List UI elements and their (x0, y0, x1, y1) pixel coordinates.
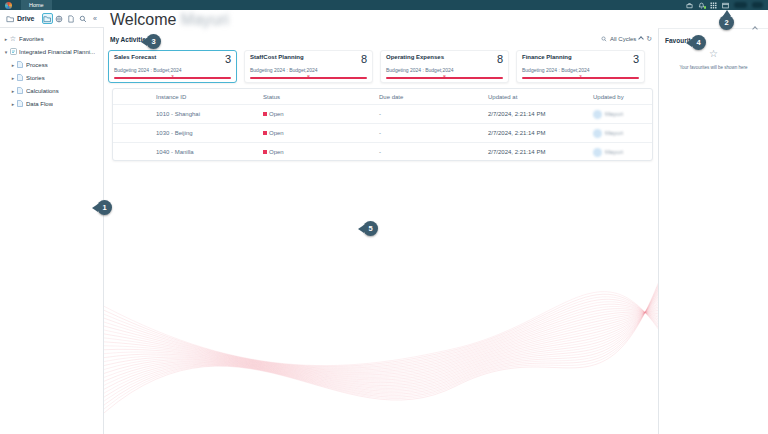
status-badge: Open (269, 130, 284, 136)
refresh-icon[interactable]: ↻ (646, 35, 652, 42)
avatar (593, 110, 602, 119)
drive-folder-icon (6, 15, 14, 23)
callout-badge-4: 4 (691, 35, 706, 50)
updated-at-cell: 2/7/2024, 2:21:14 PM (488, 111, 593, 117)
card-progress-bar (114, 77, 231, 79)
cycles-filter[interactable]: All Cycles ↻ (601, 35, 652, 42)
page-icon (16, 100, 24, 107)
updated-by-name-blurred: Mayuri (605, 130, 623, 136)
sidebar-item-data-flow[interactable]: ▸ Data Flow (0, 97, 103, 110)
activity-cards: Sales Forecast 3 Budgeting 2024 : Budget… (108, 50, 645, 83)
sidebar-item-calculations[interactable]: ▸ Calculations (0, 84, 103, 97)
updated-by-name-blurred: Mayuri (605, 149, 623, 155)
card-subtitle: Budgeting 2024 : Budget;2024 (114, 67, 231, 73)
table-row[interactable]: 1030 - Beijing Open - 2/7/2024, 2:21:14 … (113, 123, 652, 142)
due-date-cell: - (379, 149, 488, 155)
collapse-header-chevron-icon[interactable] (753, 17, 757, 35)
callout-badge-1: 1 (97, 200, 112, 215)
navigation-tree: ▸ ☆ Favorites ▾ Integrated Financial Pla… (0, 28, 104, 434)
briefcase-icon[interactable] (686, 2, 693, 9)
page-title: Welcome Mayuri (110, 11, 229, 29)
status-badge: Open (269, 149, 284, 155)
column-status: Status (263, 94, 379, 100)
sidebar-item-label: Data Flow (26, 101, 53, 107)
column-updated-at: Updated at (488, 94, 593, 100)
updated-at-cell: 2/7/2024, 2:21:14 PM (488, 149, 593, 155)
avatar (593, 129, 602, 138)
card-progress-bar (386, 77, 503, 79)
card-sales-forecast[interactable]: Sales Forecast 3 Budgeting 2024 : Budget… (108, 50, 237, 83)
callout-badge-3: 3 (146, 34, 161, 49)
star-outline-icon: ☆ (659, 49, 768, 59)
model-icon (9, 48, 17, 55)
card-finance-planning[interactable]: Finance Planning 3 Budgeting 2024 : Budg… (516, 50, 645, 83)
page-icon (16, 61, 24, 68)
card-staffcost-planning[interactable]: StaffCost Planning 8 Budgeting 2024 : Bu… (244, 50, 373, 83)
sidebar-item-label: Calculations (26, 88, 59, 94)
card-count: 3 (225, 54, 231, 65)
sap-logo-icon (5, 2, 12, 9)
instance-id-cell[interactable]: 1010 - Shanghai (156, 111, 263, 117)
app-title: Drive (17, 15, 35, 22)
search-icon[interactable] (78, 13, 89, 24)
shell-top-bar: Home (0, 0, 768, 10)
column-due-date: Due date (379, 94, 488, 100)
table-header-row: Instance ID Status Due date Updated at U… (113, 89, 652, 104)
collapse-left-icon[interactable]: « (90, 13, 101, 24)
updated-at-cell: 2/7/2024, 2:21:14 PM (488, 130, 593, 136)
card-progress-bar (250, 77, 367, 79)
drive-toolbar: Drive « (0, 10, 104, 28)
sidebar-item-stories[interactable]: ▸ Stories (0, 71, 103, 84)
favourites-empty-text: Your favourites will be shown here (659, 65, 768, 70)
status-badge: Open (269, 111, 284, 117)
instance-id-cell[interactable]: 1030 - Beijing (156, 130, 263, 136)
avatar (593, 148, 602, 157)
card-title: Operating Expenses (386, 54, 444, 60)
sidebar-item-label: Process (26, 62, 48, 68)
globe-icon[interactable] (54, 13, 65, 24)
app-grid-icon[interactable] (710, 2, 717, 9)
sidebar-item-label: Stories (26, 75, 45, 81)
search-icon (601, 36, 607, 42)
card-subtitle: Budgeting 2024 : Budget;2024 (386, 67, 503, 73)
folder-view-button[interactable] (42, 13, 53, 24)
due-date-cell: - (379, 111, 488, 117)
secondary-avatar[interactable] (752, 2, 763, 8)
chevron-up-icon[interactable] (639, 36, 645, 42)
user-avatar[interactable] (734, 2, 747, 8)
document-icon[interactable] (66, 13, 77, 24)
card-operating-expenses[interactable]: Operating Expenses 8 Budgeting 2024 : Bu… (380, 50, 509, 83)
open-window-icon[interactable] (722, 2, 729, 9)
card-progress-bar (522, 77, 639, 79)
star-icon: ☆ (9, 35, 17, 42)
callout-badge-2: 2 (719, 15, 734, 30)
column-instance-id: Instance ID (156, 94, 263, 100)
tab-home[interactable]: Home (21, 0, 52, 10)
sidebar-item-label: Integrated Financial Planni... (19, 49, 95, 55)
sidebar-item-label: Favorites (19, 36, 44, 42)
bell-icon[interactable] (698, 2, 705, 9)
cycles-filter-label: All Cycles (610, 36, 636, 42)
card-count: 3 (633, 54, 639, 65)
status-open-icon (263, 131, 267, 135)
page-icon (16, 74, 24, 81)
callout-badge-5: 5 (363, 221, 378, 236)
due-date-cell: - (379, 130, 488, 136)
sidebar-item-process[interactable]: ▸ Process (0, 58, 103, 71)
decorative-waves (104, 194, 658, 434)
updated-by-name-blurred: Mayuri (605, 111, 623, 117)
instances-table: Instance ID Status Due date Updated at U… (112, 88, 653, 161)
table-row[interactable]: 1010 - Shanghai Open - 2/7/2024, 2:21:14… (113, 104, 652, 123)
card-title: Sales Forecast (114, 54, 156, 60)
card-subtitle: Budgeting 2024 : Budget;2024 (250, 67, 367, 73)
table-row[interactable]: 1040 - Manilla Open - 2/7/2024, 2:21:14 … (113, 142, 652, 161)
sidebar-item-favorites[interactable]: ▸ ☆ Favorites (0, 32, 103, 45)
toolbar-buttons: « (42, 13, 101, 24)
sidebar-item-integrated-financial-planning[interactable]: ▾ Integrated Financial Planni... (0, 45, 103, 58)
favourites-panel: Favourites ☆ Your favourites will be sho… (658, 28, 768, 434)
instance-id-cell[interactable]: 1040 - Manilla (156, 149, 263, 155)
notification-dot (704, 6, 707, 9)
shell-right-icons (686, 2, 763, 9)
card-count: 8 (361, 54, 367, 65)
status-open-icon (263, 112, 267, 116)
